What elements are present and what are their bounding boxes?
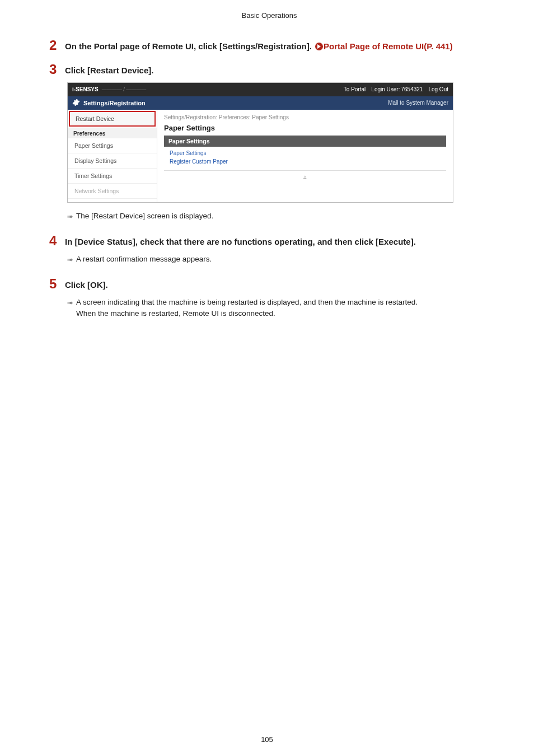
logout-link[interactable]: Log Out <box>428 86 448 92</box>
sidebar-item-network-settings[interactable]: Network Settings <box>68 184 157 199</box>
step-5-sub-text-1: A screen indicating that the machine is … <box>76 297 418 308</box>
step-4: 4 In [Device Status], check that there a… <box>49 234 489 265</box>
step-3: 3 Click [Restart Device]. i-SENSYS ———— … <box>49 63 489 222</box>
step-number: 2 <box>49 39 59 52</box>
result-arrow-icon: ➠ <box>67 297 73 309</box>
step-2-text-a: On the Portal page of Remote UI, click [… <box>65 41 314 51</box>
ui-brand: i-SENSYS <box>72 86 99 92</box>
step-text: Click [Restart Device]. <box>65 63 153 77</box>
ui-model: ———— / ———— <box>102 87 147 92</box>
step-text: Click [OK]. <box>65 277 108 291</box>
step-5-sub-text-2: When the machine is restarted, Remote UI… <box>76 308 418 319</box>
step-3-sub: ➠ The [Restart Device] screen is display… <box>67 211 489 222</box>
bluebar-title: Settings/Registration <box>83 100 146 106</box>
to-portal-link[interactable]: To Portal <box>344 86 366 92</box>
step-2-link[interactable]: Portal Page of Remote UI(P. 441) <box>324 41 453 51</box>
breadcrumb: Settings/Registration: Preferences: Pape… <box>164 114 446 120</box>
main-link-register-custom-paper[interactable]: Register Custom Paper <box>164 157 446 166</box>
step-4-sub: ➠ A restart confirmation message appears… <box>67 254 489 265</box>
step-5: 5 Click [OK]. ➠ A screen indicating that… <box>49 277 489 319</box>
step-number: 4 <box>49 234 59 248</box>
gear-icon <box>72 99 80 108</box>
login-user: 7654321 <box>401 86 423 92</box>
main-link-paper-settings[interactable]: Paper Settings <box>164 149 446 157</box>
main-heading: Paper Settings <box>164 124 446 132</box>
step-5-sub: ➠ A screen indicating that the machine i… <box>67 297 489 320</box>
main-section-bar: Paper Settings <box>164 136 446 147</box>
step-text: On the Portal page of Remote UI, click [… <box>65 39 453 53</box>
ui-topbar: i-SENSYS ———— / ———— To Portal Login Use… <box>68 83 453 96</box>
remote-ui-screenshot: i-SENSYS ———— / ———— To Portal Login Use… <box>67 82 453 203</box>
result-arrow-icon: ➠ <box>67 254 73 265</box>
page-number: 105 <box>0 735 534 744</box>
step-2: 2 On the Portal page of Remote UI, click… <box>49 39 489 53</box>
link-arrow-icon <box>315 43 323 50</box>
step-text: In [Device Status], check that there are… <box>65 234 416 248</box>
step-number: 5 <box>49 277 59 291</box>
ui-bluebar: Settings/Registration Mail to System Man… <box>68 96 453 110</box>
sidebar-group-preferences: Preferences <box>68 128 157 138</box>
ui-sidebar: Restart Device Preferences Paper Setting… <box>68 110 157 202</box>
page-header: Basic Operations <box>49 11 489 20</box>
sidebar-item-timer-settings[interactable]: Timer Settings <box>68 169 157 184</box>
step-4-sub-text: A restart confirmation message appears. <box>76 254 212 265</box>
step-number: 3 <box>49 63 59 76</box>
mail-to-manager-link[interactable]: Mail to System Manager <box>388 100 448 106</box>
sidebar-item-display-settings[interactable]: Display Settings <box>68 153 157 169</box>
login-user-label: Login User: <box>371 86 400 92</box>
main-end-marker: ▵ <box>164 170 446 183</box>
step-3-sub-text: The [Restart Device] screen is displayed… <box>76 211 213 222</box>
sidebar-item-paper-settings[interactable]: Paper Settings <box>68 138 157 153</box>
result-arrow-icon: ➠ <box>67 211 73 222</box>
sidebar-item-restart-device[interactable]: Restart Device <box>69 111 156 127</box>
ui-main: Settings/Registration: Preferences: Pape… <box>157 110 453 202</box>
